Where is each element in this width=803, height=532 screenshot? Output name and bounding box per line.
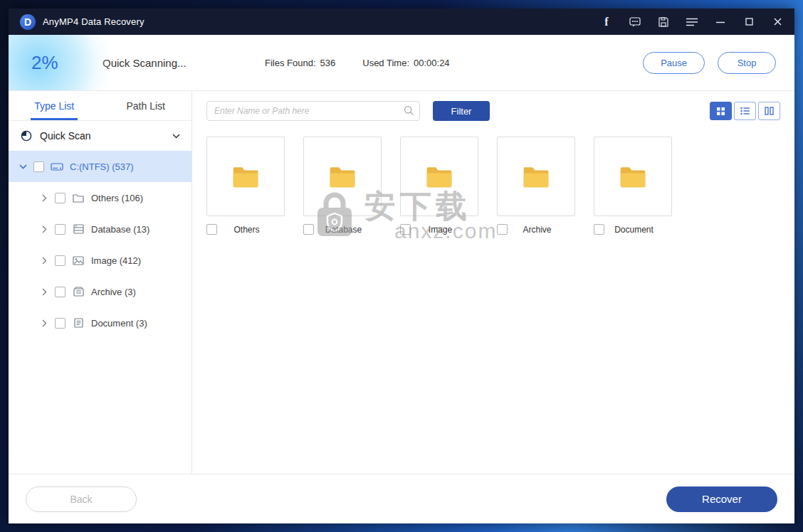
main-area: Type List Path List Quick Scan [9, 90, 794, 474]
tree-row-image[interactable]: Image (412) [9, 245, 191, 276]
progress-bar-section: 2% Quick Scanning... Files Found:536 Use… [9, 35, 794, 90]
grid-item-archive: Archive [497, 137, 575, 235]
app-title: AnyMP4 Data Recovery [43, 16, 145, 27]
checkbox[interactable] [497, 224, 508, 235]
tree-label: Image (412) [91, 255, 141, 266]
tab-type-list[interactable]: Type List [9, 91, 100, 120]
save-icon[interactable] [658, 16, 669, 28]
grid-item-image: Image [400, 137, 478, 235]
chevron-right-icon[interactable] [40, 288, 48, 296]
app-window: D AnyMP4 Data Recovery f [9, 9, 794, 523]
tree-row-others[interactable]: Others (106) [9, 182, 191, 213]
checkbox[interactable] [33, 161, 44, 172]
chevron-right-icon[interactable] [40, 194, 48, 202]
tree-label: Document (3) [91, 318, 147, 329]
grid-item-document: Document [594, 137, 672, 235]
scan-mode-label: Quick Scan [40, 130, 91, 142]
recover-button[interactable]: Recover [666, 486, 777, 512]
file-type-tree: C:(NTFS) (537) Others (106) [9, 151, 191, 474]
folder-icon [425, 165, 453, 188]
chevron-down-icon[interactable] [19, 164, 27, 169]
checkbox[interactable] [55, 255, 65, 266]
tree-label: C:(NTFS) (537) [70, 161, 134, 172]
folder-icon [72, 193, 85, 203]
app-logo-icon: D [20, 14, 36, 30]
chevron-right-icon[interactable] [40, 319, 48, 327]
list-view-icon[interactable] [734, 102, 756, 120]
feedback-icon[interactable] [629, 16, 641, 28]
grid-view-icon[interactable] [710, 102, 732, 120]
sidebar: Type List Path List Quick Scan [9, 91, 192, 474]
drive-icon [51, 162, 63, 171]
used-time-label: Used Time: [362, 58, 409, 68]
files-found-stat: Files Found:536 [265, 58, 335, 68]
chevron-right-icon[interactable] [40, 225, 48, 233]
archive-icon [72, 287, 85, 297]
grid-item-label: Others [217, 225, 285, 235]
tree-row-archive[interactable]: Archive (3) [9, 276, 191, 307]
search-icon[interactable] [404, 105, 414, 119]
folder-icon [522, 165, 550, 188]
folder-icon [231, 165, 260, 188]
footer-bar: Back Recover [9, 474, 794, 523]
folder-tile[interactable] [400, 137, 478, 216]
checkbox[interactable] [55, 287, 65, 297]
checkbox[interactable] [206, 224, 217, 235]
chevron-right-icon[interactable] [40, 257, 48, 265]
chevron-down-icon[interactable] [172, 134, 180, 139]
search-box [206, 101, 420, 121]
tree-row-database[interactable]: Database (13) [9, 213, 191, 245]
checkbox[interactable] [55, 224, 65, 235]
minimize-icon[interactable] [715, 16, 726, 28]
folder-icon [619, 165, 647, 188]
progress-percent: 2% [31, 52, 87, 74]
checkbox[interactable] [400, 224, 411, 235]
document-icon [72, 318, 85, 328]
tree-label: Others (106) [91, 193, 143, 203]
scan-mode-header[interactable]: Quick Scan [9, 121, 191, 151]
files-found-value: 536 [320, 58, 336, 68]
pause-button[interactable]: Pause [643, 52, 705, 74]
grid-item-database: Database [303, 137, 382, 235]
folder-tile[interactable] [497, 137, 575, 216]
close-icon[interactable] [772, 16, 783, 28]
tab-path-list[interactable]: Path List [100, 91, 192, 120]
checkbox[interactable] [303, 224, 314, 235]
tree-label: Database (13) [91, 224, 149, 235]
folder-tile[interactable] [206, 137, 285, 216]
checkbox[interactable] [55, 193, 65, 203]
checkbox[interactable] [55, 318, 65, 329]
grid-item-label: Image [411, 225, 478, 235]
tree-row-document[interactable]: Document (3) [9, 307, 191, 339]
used-time-value: 00:00:24 [414, 58, 450, 68]
content-toolbar: Filter [206, 101, 780, 121]
database-icon [72, 224, 85, 234]
used-time-stat: Used Time:00:00:24 [362, 58, 449, 68]
sidebar-tabs: Type List Path List [9, 91, 191, 121]
grid-item-others: Others [206, 137, 285, 235]
titlebar: D AnyMP4 Data Recovery f [9, 9, 794, 35]
tree-label: Archive (3) [91, 287, 136, 297]
checkbox[interactable] [594, 224, 604, 235]
content-area: Filter [192, 91, 794, 474]
files-found-label: Files Found: [265, 58, 316, 68]
image-icon [72, 256, 85, 265]
grid-item-label: Database [314, 225, 382, 235]
maximize-icon[interactable] [743, 16, 755, 28]
menu-icon[interactable] [686, 16, 698, 28]
grid-item-label: Document [604, 225, 672, 235]
pie-scan-icon [20, 130, 33, 142]
search-input[interactable] [206, 101, 420, 121]
scan-status: Quick Scanning... [103, 57, 238, 69]
folder-tile[interactable] [594, 137, 672, 216]
folder-tile[interactable] [303, 137, 382, 216]
folder-icon [328, 165, 357, 188]
stop-button[interactable]: Stop [718, 52, 776, 74]
folder-grid: Others Database [206, 137, 780, 235]
grid-item-label: Archive [508, 225, 575, 235]
back-button[interactable]: Back [26, 486, 137, 512]
facebook-icon[interactable]: f [601, 16, 612, 28]
tree-row-drive-c[interactable]: C:(NTFS) (537) [9, 151, 191, 182]
filter-button[interactable]: Filter [433, 101, 490, 121]
column-view-icon[interactable] [758, 102, 780, 120]
